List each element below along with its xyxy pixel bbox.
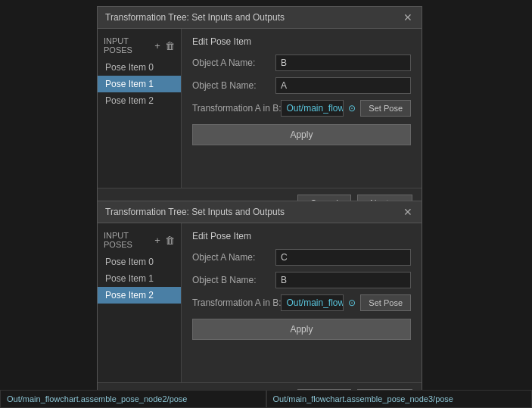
add-pose-icon[interactable]: + (154, 40, 160, 51)
dialog-2-right-panel: Edit Pose Item Object A Name: Object B N… (182, 223, 422, 382)
dialog-1-transform-row: Transformation A in B: Out/main_flowcha … (192, 100, 411, 117)
dialog-2-info-icon[interactable]: ⊙ (348, 297, 356, 308)
dialog-1-info-icon[interactable]: ⊙ (348, 103, 356, 114)
dialog-1-obj-b-row: Object B Name: (192, 77, 411, 94)
delete-pose-icon[interactable]: 🗑 (165, 40, 175, 51)
dialog-2-obj-a-row: Object A Name: (192, 249, 411, 266)
dialog-1-obj-a-label: Object A Name: (192, 58, 275, 68)
dialog-2: Transformation Tree: Set Inputs and Outp… (97, 201, 422, 408)
dialog-2-obj-b-input[interactable] (275, 272, 411, 288)
dialog-2-transform-row: Transformation A in B: Out/main_flowcha … (192, 294, 411, 311)
dialog-1-right-panel: Edit Pose Item Object A Name: Object B N… (182, 29, 422, 188)
pose-item-2-d1[interactable]: Pose Item 2 (98, 92, 181, 109)
pose-item-0-d2[interactable]: Pose Item 0 (98, 254, 181, 270)
dialog-1-obj-b-input[interactable] (275, 77, 411, 94)
dialog-2-set-pose-button[interactable]: Set Pose (360, 294, 411, 311)
add-pose-icon-2[interactable]: + (154, 235, 160, 246)
dialog-1-obj-a-row: Object A Name: (192, 55, 411, 71)
pose-item-0-d1[interactable]: Pose Item 0 (98, 59, 181, 76)
dialog-1-left-panel: INPUT POSES + 🗑 Pose Item 0 Pose Item 1 … (98, 29, 182, 188)
dialog-2-obj-a-label: Object A Name: (192, 252, 275, 263)
dialog-1-close-icon[interactable]: ✕ (402, 11, 414, 23)
dialog-1-apply-button[interactable]: Apply (192, 124, 411, 145)
dialog-2-transform-value[interactable]: Out/main_flowcha (281, 294, 344, 311)
dialog-1-panel-icons: + 🗑 (154, 40, 175, 51)
dialog-1-titlebar: Transformation Tree: Set Inputs and Outp… (98, 7, 422, 29)
dialog-2-obj-b-row: Object B Name: (192, 272, 411, 288)
dialog-2-close-icon[interactable]: ✕ (402, 206, 414, 218)
dialog-1-set-pose-button[interactable]: Set Pose (360, 100, 411, 117)
dialog-1-transform-value[interactable]: Out/main_flowcha (281, 100, 344, 117)
dialog-2-titlebar: Transformation Tree: Set Inputs and Outp… (98, 201, 422, 223)
input-poses-label: INPUT POSES (104, 36, 154, 55)
dialog-2-section-title: Edit Pose Item (192, 231, 411, 241)
dialog-1-poses-header: INPUT POSES + 🗑 (98, 35, 181, 59)
dialog-1-obj-b-label: Object B Name: (192, 80, 275, 91)
dialog-2-panel-icons: + 🗑 (154, 235, 175, 246)
dialog-2-obj-a-input[interactable] (275, 249, 411, 266)
status-bar: Out/main_flowchart.assemble_pose_node2/p… (0, 390, 532, 408)
dialog-2-left-panel: INPUT POSES + 🗑 Pose Item 0 Pose Item 1 … (98, 223, 182, 382)
dialog-2-body: INPUT POSES + 🗑 Pose Item 0 Pose Item 1 … (98, 223, 422, 382)
dialog-1-section-title: Edit Pose Item (192, 36, 411, 47)
dialog-1-obj-a-input[interactable] (275, 55, 411, 71)
pose-item-1-d2[interactable]: Pose Item 1 (98, 270, 181, 287)
dialog-2-title: Transformation Tree: Set Inputs and Outp… (105, 207, 285, 217)
pose-item-1-d1[interactable]: Pose Item 1 (98, 76, 181, 92)
status-right: Out/main_flowchart.assemble_pose_node3/p… (266, 390, 533, 408)
status-left: Out/main_flowchart.assemble_pose_node2/p… (0, 390, 266, 408)
dialog-2-poses-header: INPUT POSES + 🗑 (98, 229, 181, 254)
dialog-2-apply-button[interactable]: Apply (192, 319, 411, 340)
pose-item-2-d2[interactable]: Pose Item 2 (98, 287, 181, 304)
delete-pose-icon-2[interactable]: 🗑 (165, 235, 175, 246)
dialog-1-title: Transformation Tree: Set Inputs and Outp… (105, 12, 285, 23)
dialog-2-obj-b-label: Object B Name: (192, 275, 275, 285)
dialog-1: Transformation Tree: Set Inputs and Outp… (97, 6, 422, 220)
dialog-1-transform-label: Transformation A in B: (192, 103, 282, 114)
input-poses-label-2: INPUT POSES (104, 231, 154, 249)
dialog-2-transform-label: Transformation A in B: (192, 297, 282, 308)
dialog-1-body: INPUT POSES + 🗑 Pose Item 0 Pose Item 1 … (98, 29, 422, 188)
